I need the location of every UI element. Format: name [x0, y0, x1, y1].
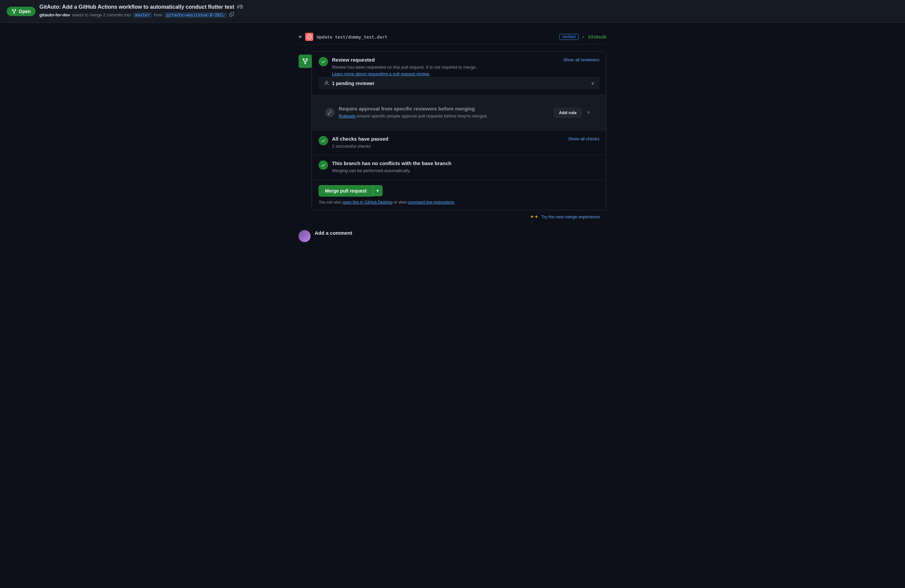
conflicts-desc: Merging can be performed automatically.: [332, 167, 599, 174]
pending-reviewer-row[interactable]: 1 pending reviewer ∨: [319, 77, 599, 89]
show-all-checks-link[interactable]: Show all checks: [568, 136, 599, 141]
top-bar: Open GitAuto: Add a GitHub Actions workf…: [0, 0, 905, 23]
try-merge-banner: ✦✦ Try the new merge experience: [298, 210, 607, 223]
merge-section: Review requested Review has been request…: [298, 51, 607, 210]
conflicts-content: This branch has no conflicts with the ba…: [332, 161, 599, 174]
cli-link[interactable]: command line instructions: [408, 200, 454, 205]
commit-filename: Update test/dummy_test.dart: [317, 35, 556, 40]
no-conflicts-section: This branch has no conflicts with the ba…: [312, 155, 606, 180]
add-comment-label: Add a comment: [314, 230, 352, 236]
branch-icon: [328, 110, 332, 115]
open-badge-label: Open: [19, 9, 31, 14]
compare-branch[interactable]: gitauto-wes/issue-8-202…: [164, 13, 226, 18]
merge-btn-group: Merge pull request ▾: [319, 185, 599, 197]
review-description-text: Review has been requested on this pull r…: [332, 65, 477, 70]
add-rule-button[interactable]: Add rule: [554, 108, 582, 118]
rulesets-link[interactable]: Rulesets: [339, 113, 356, 119]
pr-title-line: GitAuto: Add a GitHub Actions workflow t…: [40, 4, 243, 10]
pending-reviewer-text: 1 pending reviewer: [332, 81, 375, 86]
review-title: Review requested: [332, 57, 559, 63]
checks-panel: Review requested Review has been request…: [311, 51, 607, 210]
check-icon: ✓: [582, 34, 585, 40]
merge-icon-col: [298, 51, 312, 68]
pr-action: wants to merge 2 commits into: [72, 13, 131, 17]
copy-branch-button[interactable]: [229, 11, 235, 18]
review-header: Review requested Review has been request…: [319, 57, 599, 77]
add-comment-area: Add a comment: [298, 223, 607, 242]
pr-subtitle: gitauto-for-dev wants to merge 2 commits…: [40, 11, 243, 18]
review-learn-more-link[interactable]: Learn more about requesting a pull reque…: [332, 72, 430, 76]
checkmark-icon: [321, 59, 325, 64]
conflicts-title: This branch has no conflicts with the ba…: [332, 161, 599, 166]
close-ruleset-button[interactable]: ×: [584, 108, 593, 117]
footer-text-mid: or view: [392, 200, 408, 205]
ruleset-title: Require approval from specific reviewers…: [339, 106, 550, 111]
copy-icon: [229, 12, 234, 17]
checkmark-icon-2: [321, 138, 325, 143]
footer-text-suffix: .: [454, 200, 455, 205]
ruleset-actions: Add rule ×: [554, 108, 593, 118]
ruleset-header: Require approval from specific reviewers…: [319, 100, 599, 125]
review-requested-section: Review requested Review has been request…: [312, 52, 606, 95]
ruleset-section: Require approval from specific reviewers…: [312, 95, 606, 130]
checks-desc: 2 successful checks: [332, 143, 564, 150]
pr-number: #9: [237, 4, 243, 10]
review-content: Review requested Review has been request…: [332, 57, 559, 77]
ruleset-icon: [325, 108, 335, 117]
flutter-icon: [307, 35, 311, 39]
merge-branch-icon: [302, 58, 309, 65]
ruleset-content: Require approval from specific reviewers…: [339, 106, 550, 119]
checks-content: All checks have passed 2 successful chec…: [332, 136, 564, 150]
merge-dropdown-button[interactable]: ▾: [373, 185, 383, 196]
show-all-reviewers-link[interactable]: Show all reviewers: [563, 57, 599, 62]
pr-title: GitAuto: Add a GitHub Actions workflow t…: [40, 4, 234, 10]
conflicts-check-icon: [319, 161, 328, 170]
base-branch[interactable]: master: [133, 13, 152, 18]
commit-hash: 6930ed6: [588, 35, 607, 40]
avatar: [298, 230, 311, 242]
pr-author: gitauto-for-dev: [40, 13, 70, 17]
all-checks-section: All checks have passed 2 successful chec…: [312, 130, 606, 156]
review-check-icon: [319, 57, 328, 66]
sparkle-icon: ✦✦: [530, 214, 538, 220]
commit-line: Update test/dummy_test.dart Verified ✓ 6…: [298, 29, 607, 44]
review-desc: Review has been requested on this pull r…: [332, 64, 559, 77]
merge-footer-text: You can also open this in GitHub Desktop…: [319, 200, 599, 205]
merge-pull-request-button[interactable]: Merge pull request: [319, 185, 373, 197]
person-icon: [324, 81, 329, 86]
checks-title: All checks have passed: [332, 136, 564, 141]
avatar-image: [298, 230, 311, 242]
pr-info: GitAuto: Add a GitHub Actions workflow t…: [40, 4, 243, 18]
pr-merge-icon: [11, 9, 17, 14]
ruleset-desc-suffix: ensure specific people approve pull requ…: [356, 113, 488, 119]
dropdown-arrow-icon: ▾: [376, 188, 379, 193]
open-badge: Open: [7, 7, 35, 16]
from-text: from: [154, 13, 162, 17]
footer-text-prefix: You can also: [319, 200, 343, 205]
ruleset-desc: Rulesets ensure specific people approve …: [339, 113, 550, 119]
review-action: Show all reviewers: [563, 57, 599, 62]
checks-check-icon: [319, 136, 328, 145]
try-merge-link[interactable]: Try the new merge experience: [541, 214, 600, 219]
open-desktop-link[interactable]: open this in GitHub Desktop: [343, 200, 392, 205]
checkmark-icon-3: [321, 163, 325, 167]
merge-icon-badge: [298, 55, 312, 68]
verified-badge: Verified: [559, 34, 579, 40]
checks-action: Show all checks: [568, 136, 599, 141]
main-content: Update test/dummy_test.dart Verified ✓ 6…: [292, 23, 613, 256]
conflicts-header: This branch has no conflicts with the ba…: [319, 161, 599, 174]
checks-header: All checks have passed 2 successful chec…: [319, 136, 599, 150]
chevron-down-icon: ∨: [591, 81, 594, 86]
merge-button-section: Merge pull request ▾ You can also open t…: [312, 180, 606, 210]
commit-icon: [305, 33, 313, 41]
merge-wrap: Merge pull request ▾ You can also open t…: [319, 185, 599, 205]
commit-dot: [298, 35, 302, 38]
